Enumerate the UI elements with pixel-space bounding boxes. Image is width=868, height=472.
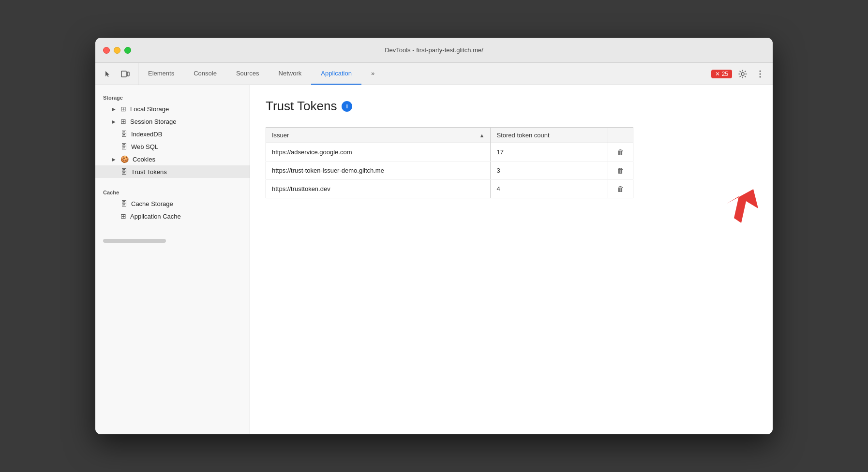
db-icon-4: 🗄 — [120, 200, 127, 207]
main-area: Storage ▶ ⊞ Local Storage ▶ ⊞ Session St… — [95, 85, 773, 434]
delete-row-button[interactable]: 🗑 — [614, 184, 627, 194]
maximize-button[interactable] — [124, 47, 131, 54]
tab-more[interactable]: » — [361, 63, 384, 85]
cell-issuer: https://trust-token-issuer-demo.glitch.m… — [266, 162, 491, 180]
sidebar-label-trust-tokens: Trust Tokens — [131, 168, 167, 176]
db-icon-3: 🗄 — [120, 168, 127, 176]
cell-delete: 🗑 — [608, 180, 633, 198]
traffic-lights — [103, 47, 131, 54]
nav-tool-icons — [95, 63, 138, 85]
sidebar-label-local-storage: Local Storage — [130, 105, 169, 113]
info-icon[interactable]: i — [342, 101, 352, 112]
storage-section-label: Storage — [95, 91, 250, 103]
sidebar-item-local-storage[interactable]: ▶ ⊞ Local Storage — [95, 103, 250, 115]
cell-token-count: 4 — [491, 180, 608, 198]
svg-point-5 — [760, 76, 761, 77]
cell-issuer: https://adservice.google.com — [266, 143, 491, 162]
svg-point-2 — [741, 73, 744, 75]
sidebar-item-web-sql[interactable]: ▶ 🗄 Web SQL — [95, 140, 250, 153]
expand-arrow-icon: ▶ — [111, 106, 117, 112]
table-row: https://adservice.google.com17🗑 — [266, 143, 633, 162]
sidebar-label-session-storage: Session Storage — [130, 118, 176, 125]
trust-tokens-table: Issuer ▲ Stored token count https://adse… — [266, 127, 633, 198]
svg-rect-1 — [127, 72, 129, 76]
cell-token-count: 17 — [491, 143, 608, 162]
devtools-window: DevTools - first-party-test.glitch.me/ E… — [95, 38, 773, 434]
tab-elements[interactable]: Elements — [138, 63, 184, 85]
sidebar-label-indexeddb: IndexedDB — [131, 131, 162, 138]
expand-arrow-icon-3: ▶ — [111, 156, 117, 162]
svg-rect-0 — [121, 71, 126, 77]
cell-delete: 🗑 — [608, 143, 633, 162]
tab-application[interactable]: Application — [311, 63, 361, 85]
sidebar-item-cookies[interactable]: ▶ 🍪 Cookies — [95, 153, 250, 165]
error-count-badge[interactable]: ✕ 25 — [711, 70, 732, 78]
cache-section-label: Cache — [95, 186, 250, 197]
sidebar-item-indexeddb[interactable]: ▶ 🗄 IndexedDB — [95, 128, 250, 140]
col-header-token-count[interactable]: Stored token count — [491, 128, 608, 143]
sidebar-item-cache-storage[interactable]: ▶ 🗄 Cache Storage — [95, 197, 250, 210]
error-x-icon: ✕ — [715, 71, 720, 77]
grid-icon-3: ⊞ — [120, 212, 126, 220]
grid-icon: ⊞ — [120, 105, 126, 113]
page-title: Trust Tokens — [266, 99, 337, 114]
cursor-icon[interactable] — [101, 67, 115, 81]
cell-delete: 🗑 — [608, 162, 633, 180]
sidebar-item-trust-tokens[interactable]: ▶ 🗄 Trust Tokens — [95, 165, 250, 178]
col-header-issuer[interactable]: Issuer ▲ — [266, 128, 491, 143]
svg-point-4 — [760, 73, 761, 74]
settings-icon[interactable] — [736, 67, 749, 81]
cookie-icon: 🍪 — [120, 155, 129, 163]
db-icon-2: 🗄 — [120, 143, 127, 150]
device-mode-icon[interactable] — [119, 67, 132, 81]
close-button[interactable] — [103, 47, 110, 54]
table-row: https://trusttoken.dev4🗑 — [266, 180, 633, 198]
cell-issuer: https://trusttoken.dev — [266, 180, 491, 198]
nav-right-controls: ✕ 25 — [705, 63, 773, 85]
delete-row-button[interactable]: 🗑 — [614, 165, 627, 176]
db-icon: 🗄 — [120, 130, 127, 138]
sidebar-label-cache-storage: Cache Storage — [131, 200, 173, 207]
tab-network[interactable]: Network — [269, 63, 312, 85]
nav-tabs: Elements Console Sources Network Applica… — [138, 63, 705, 85]
sidebar-item-session-storage[interactable]: ▶ ⊞ Session Storage — [95, 115, 250, 128]
col-header-actions — [608, 128, 633, 143]
sidebar-label-cookies: Cookies — [133, 156, 155, 163]
sidebar-label-web-sql: Web SQL — [131, 143, 158, 150]
delete-row-button[interactable]: 🗑 — [614, 147, 627, 157]
red-arrow-annotation — [719, 187, 758, 225]
tab-sources[interactable]: Sources — [226, 63, 269, 85]
sidebar: Storage ▶ ⊞ Local Storage ▶ ⊞ Session St… — [95, 85, 250, 434]
minimize-button[interactable] — [114, 47, 120, 54]
page-title-row: Trust Tokens i — [266, 99, 757, 114]
title-bar: DevTools - first-party-test.glitch.me/ — [95, 38, 773, 63]
sidebar-item-application-cache[interactable]: ▶ ⊞ Application Cache — [95, 210, 250, 222]
svg-marker-6 — [727, 189, 758, 223]
cell-token-count: 3 — [491, 162, 608, 180]
content-area: Trust Tokens i Issuer ▲ Stored token cou… — [250, 85, 773, 434]
tab-console[interactable]: Console — [184, 63, 226, 85]
table-row: https://trust-token-issuer-demo.glitch.m… — [266, 162, 633, 180]
sidebar-scrollbar[interactable] — [103, 239, 166, 243]
expand-arrow-icon-2: ▶ — [111, 118, 117, 124]
sort-arrow-icon: ▲ — [479, 133, 485, 138]
devtools-nav: Elements Console Sources Network Applica… — [95, 63, 773, 85]
window-title: DevTools - first-party-test.glitch.me/ — [385, 46, 483, 54]
grid-icon-2: ⊞ — [120, 118, 126, 125]
error-count-label: 25 — [722, 71, 728, 77]
sidebar-label-application-cache: Application Cache — [130, 213, 181, 220]
svg-point-3 — [760, 70, 761, 72]
more-options-icon[interactable] — [753, 67, 767, 81]
